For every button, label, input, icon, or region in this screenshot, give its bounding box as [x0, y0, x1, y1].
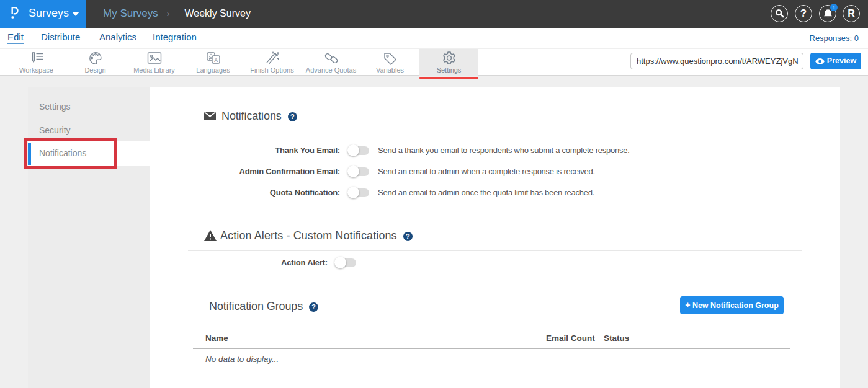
svg-text:A: A	[214, 57, 218, 63]
